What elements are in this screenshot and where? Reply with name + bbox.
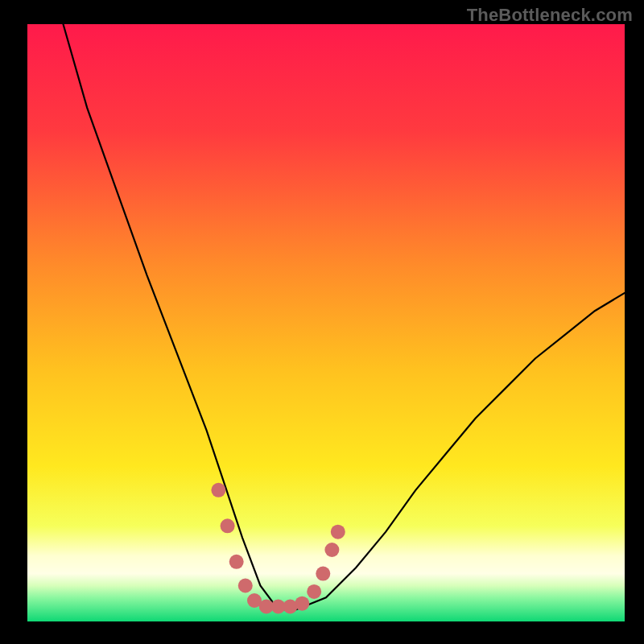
valley-dot bbox=[221, 518, 235, 533]
valley-dot bbox=[238, 579, 253, 593]
valley-dot bbox=[295, 597, 309, 611]
valley-dot bbox=[324, 543, 339, 557]
valley-dot bbox=[316, 567, 330, 581]
bottleneck-chart bbox=[0, 0, 644, 644]
chart-stage: TheBottleneck.com bbox=[0, 0, 644, 644]
plot-area bbox=[27, 24, 625, 621]
valley-dot bbox=[211, 483, 225, 497]
valley-dot bbox=[229, 555, 244, 569]
valley-dot bbox=[331, 525, 345, 539]
valley-dot bbox=[307, 584, 321, 599]
watermark-text: TheBottleneck.com bbox=[467, 5, 633, 26]
